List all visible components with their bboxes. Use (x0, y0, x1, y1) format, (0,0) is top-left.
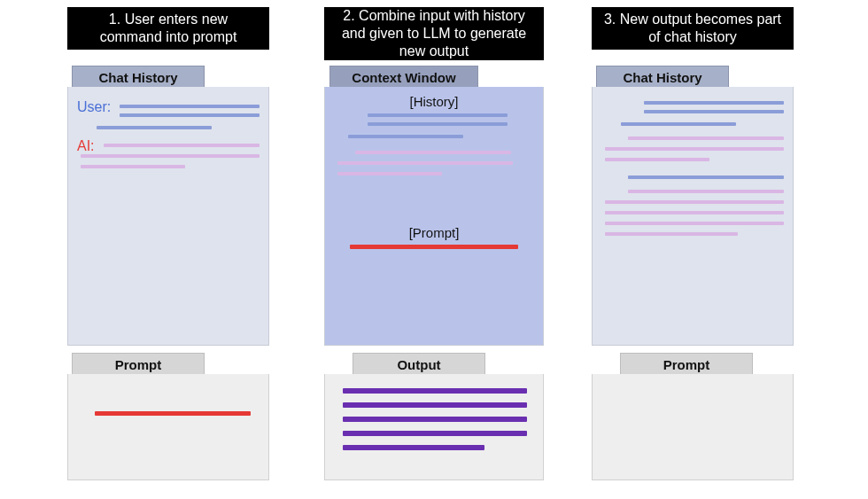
prompt-input-line (95, 411, 251, 416)
user-message-line (120, 113, 260, 117)
ai-message-line (628, 190, 784, 193)
step-1-chat-history-tab: Chat History (72, 66, 205, 90)
step-2-output-panel (324, 374, 544, 480)
step-1-chat-history-panel: User: AI: (67, 87, 269, 346)
step-2-title: 2. Combine input with history and given … (333, 7, 535, 60)
step-3-title: 3. New output becomes part of chat histo… (601, 11, 785, 46)
step-3-prompt-tab: Prompt (620, 353, 753, 377)
step-3-chat-history-tab: Chat History (596, 66, 729, 90)
output-line (343, 445, 484, 450)
step-2-context-window-tab: Context Window (329, 66, 478, 90)
context-history-label: [History] (325, 94, 543, 109)
ai-message-line (605, 200, 784, 204)
tab-label: Prompt (663, 357, 710, 372)
user-message-line (120, 105, 260, 108)
tab-label: Output (397, 357, 440, 372)
output-line (343, 402, 527, 408)
user-message-line (97, 126, 212, 129)
user-message-line (644, 101, 784, 105)
context-prompt-label: [Prompt] (325, 225, 543, 240)
user-message-line (621, 122, 736, 126)
tab-label: Context Window (352, 70, 455, 85)
ai-message-line (605, 211, 784, 214)
user-message-line (628, 175, 784, 179)
output-line (343, 388, 527, 394)
output-line (343, 431, 527, 436)
ai-message-line (605, 158, 709, 161)
step-1-title: 1. User enters new command into prompt (76, 11, 260, 46)
diagram-stage: 1. User enters new command into prompt C… (0, 0, 868, 499)
history-user-line (368, 122, 508, 126)
tab-label: Chat History (98, 70, 177, 85)
ai-message-line (81, 165, 185, 168)
ai-message-line (104, 144, 260, 147)
ai-message-line (81, 154, 260, 158)
output-line (343, 417, 527, 422)
context-prompt-line (350, 245, 518, 249)
history-ai-line (337, 172, 442, 175)
step-2-header: 2. Combine input with history and given … (324, 7, 544, 60)
step-1-prompt-tab: Prompt (72, 353, 205, 377)
ai-message-line (605, 232, 738, 236)
step-3-header: 3. New output becomes part of chat histo… (592, 7, 794, 50)
history-user-line (368, 113, 508, 117)
step-3-prompt-panel (592, 374, 794, 480)
step-1-prompt-panel (67, 374, 269, 480)
history-ai-line (355, 151, 511, 154)
history-user-line (348, 135, 463, 138)
tab-label: Prompt (115, 357, 162, 372)
step-1-header: 1. User enters new command into prompt (67, 7, 269, 50)
role-ai-label: AI: (77, 138, 95, 154)
user-message-line (644, 110, 784, 113)
tab-label: Chat History (623, 70, 701, 85)
step-2-context-window-panel: [History] [Prompt] (324, 87, 544, 346)
step-3-chat-history-panel (592, 87, 794, 346)
step-2-output-tab: Output (353, 353, 485, 377)
ai-message-line (628, 136, 784, 140)
ai-message-line (605, 222, 784, 225)
ai-message-line (605, 147, 784, 151)
history-ai-line (337, 161, 513, 165)
role-user-label: User: (77, 99, 111, 115)
